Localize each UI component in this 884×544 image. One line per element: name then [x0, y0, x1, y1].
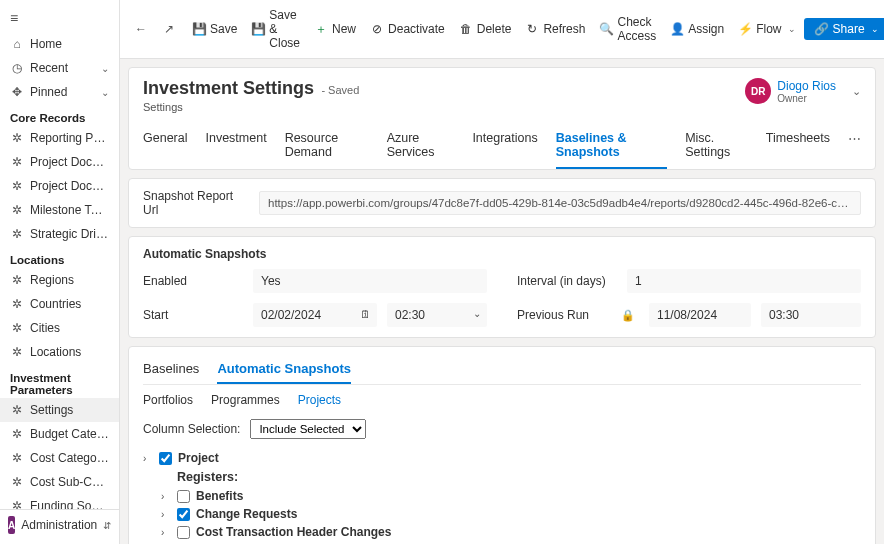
- sidebar-item-cost-sub-categories[interactable]: ✲Cost Sub-Categor...: [0, 470, 119, 494]
- chevron-down-icon: ⌄: [871, 24, 879, 34]
- tab-investment[interactable]: Investment: [205, 125, 266, 169]
- share-button[interactable]: 🔗Share⌄: [804, 18, 884, 40]
- config-secondary-tabs: Portfolios Programmes Projects: [143, 391, 861, 409]
- chevron-down-icon: ⌄: [101, 87, 109, 98]
- previous-run-time-field: 03:30: [761, 303, 861, 327]
- sidebar-item-budget-categories[interactable]: ✲Budget Categories: [0, 422, 119, 446]
- entity-icon: ✲: [10, 179, 24, 193]
- home-icon: ⌂: [10, 37, 24, 51]
- sidebar-item-locations[interactable]: ✲Locations: [0, 340, 119, 364]
- delete-button[interactable]: 🗑Delete: [453, 18, 518, 40]
- sidebar-item-countries[interactable]: ✲Countries: [0, 292, 119, 316]
- chevron-down-icon[interactable]: ⌄: [852, 85, 861, 98]
- refresh-icon: ↻: [525, 22, 539, 36]
- column-tree: › Project Registers: ›Benefits ›Change R…: [143, 449, 861, 544]
- subtab-portfolios[interactable]: Portfolios: [143, 391, 193, 409]
- entity-icon: ✲: [10, 427, 24, 441]
- tab-integrations[interactable]: Integrations: [472, 125, 537, 169]
- start-date-field[interactable]: 02/02/2024: [253, 303, 377, 327]
- sidebar-item-funding-sources[interactable]: ✲Funding Sources: [0, 494, 119, 509]
- entity-icon: ✲: [10, 499, 24, 509]
- save-icon: 💾: [192, 22, 206, 36]
- column-selection-label: Column Selection:: [143, 422, 240, 436]
- tree-node-project[interactable]: Project: [178, 451, 219, 465]
- entity-icon: ✲: [10, 451, 24, 465]
- tab-general[interactable]: General: [143, 125, 187, 169]
- share-icon: 🔗: [814, 22, 829, 36]
- check-access-icon: 🔍: [599, 22, 613, 36]
- column-selection-select[interactable]: Include Selected: [250, 419, 366, 439]
- save-close-button[interactable]: 💾Save & Close: [245, 4, 306, 54]
- subtab-programmes[interactable]: Programmes: [211, 391, 280, 409]
- sidebar-item-project-doc-1[interactable]: ✲Project Document...: [0, 150, 119, 174]
- interval-field[interactable]: 1: [627, 269, 861, 293]
- new-button[interactable]: ＋New: [308, 18, 362, 40]
- enabled-field[interactable]: Yes: [253, 269, 487, 293]
- cost-trans-checkbox[interactable]: [177, 526, 190, 539]
- benefits-checkbox[interactable]: [177, 490, 190, 503]
- command-bar: ← ↗ 💾Save 💾Save & Close ＋New ⊘Deactivate…: [120, 0, 884, 59]
- tab-misc-settings[interactable]: Misc. Settings: [685, 125, 748, 169]
- chevron-down-icon[interactable]: ⌄: [473, 308, 481, 319]
- subtab-automatic-snapshots[interactable]: Automatic Snapshots: [217, 357, 351, 384]
- pin-icon: ✥: [10, 85, 24, 99]
- entity-icon: ✲: [10, 297, 24, 311]
- form-name: Settings: [143, 101, 745, 113]
- start-time-field[interactable]: 02:30: [387, 303, 487, 327]
- sidebar-item-recent[interactable]: ◷Recent⌄: [0, 56, 119, 80]
- back-button[interactable]: ←: [128, 18, 154, 40]
- sidebar-item-strategic-drivers[interactable]: ✲Strategic Drivers: [0, 222, 119, 246]
- sidebar-item-cities[interactable]: ✲Cities: [0, 316, 119, 340]
- sidebar-item-cost-categories[interactable]: ✲Cost Categories: [0, 446, 119, 470]
- change-requests-checkbox[interactable]: [177, 508, 190, 521]
- assign-button[interactable]: 👤Assign: [664, 18, 730, 40]
- avatar: DR: [745, 78, 771, 104]
- tab-baselines-snapshots[interactable]: Baselines & Snapshots: [556, 125, 667, 169]
- owner-role-label: Owner: [777, 93, 836, 104]
- refresh-button[interactable]: ↻Refresh: [519, 18, 591, 40]
- sidebar-item-settings[interactable]: ✲Settings: [0, 398, 119, 422]
- tab-timesheets[interactable]: Timesheets: [766, 125, 830, 169]
- project-checkbox[interactable]: [159, 452, 172, 465]
- lock-icon: 🔒: [621, 309, 635, 322]
- sidebar-section-params: Investment Parameters: [0, 364, 119, 398]
- sidebar-item-reporting-periods[interactable]: ✲Reporting Periods: [0, 126, 119, 150]
- previous-run-label: Previous Run: [517, 308, 617, 322]
- snapshot-url-input[interactable]: https://app.powerbi.com/groups/47dc8e7f-…: [259, 191, 861, 215]
- tree-node-change-requests[interactable]: Change Requests: [196, 507, 297, 521]
- entity-icon: ✲: [10, 155, 24, 169]
- area-switcher[interactable]: A Administration ⇵: [0, 509, 119, 540]
- expand-icon[interactable]: ›: [143, 453, 153, 464]
- tab-azure-services[interactable]: Azure Services: [387, 125, 455, 169]
- check-access-button[interactable]: 🔍Check Access: [593, 11, 662, 47]
- sidebar-item-home[interactable]: ⌂Home: [0, 32, 119, 56]
- tab-resource-demand[interactable]: Resource Demand: [285, 125, 369, 169]
- enabled-label: Enabled: [143, 274, 243, 288]
- form-header: Investment Settings - Saved Settings DR …: [128, 67, 876, 170]
- sidebar-item-regions[interactable]: ✲Regions: [0, 268, 119, 292]
- deactivate-button[interactable]: ⊘Deactivate: [364, 18, 451, 40]
- calendar-icon[interactable]: 🗓: [360, 308, 371, 320]
- sidebar-item-project-doc-2[interactable]: ✲Project Document...: [0, 174, 119, 198]
- chevron-up-down-icon: ⇵: [103, 520, 111, 531]
- sidebar-item-pinned[interactable]: ✥Pinned⌄: [0, 80, 119, 104]
- expand-icon[interactable]: ›: [161, 491, 171, 502]
- hamburger-icon[interactable]: ≡: [0, 4, 119, 32]
- chevron-down-icon: ⌄: [101, 63, 109, 74]
- save-button[interactable]: 💾Save: [186, 18, 243, 40]
- subtab-projects[interactable]: Projects: [298, 391, 341, 409]
- snapshot-url-panel: Snapshot Report Url https://app.powerbi.…: [128, 178, 876, 228]
- config-primary-tabs: Baselines Automatic Snapshots: [143, 357, 861, 385]
- expand-icon[interactable]: ›: [161, 527, 171, 538]
- flow-button[interactable]: ⚡Flow⌄: [732, 18, 801, 40]
- popout-button[interactable]: ↗: [156, 18, 182, 40]
- owner-field[interactable]: DR Diogo Rios Owner ⌄: [745, 78, 861, 104]
- sidebar-item-milestone-templates[interactable]: ✲Milestone Templa...: [0, 198, 119, 222]
- tab-overflow[interactable]: ⋯: [848, 125, 861, 169]
- expand-icon[interactable]: ›: [161, 509, 171, 520]
- sidebar: ≡ ⌂Home ◷Recent⌄ ✥Pinned⌄ Core Records ✲…: [0, 0, 120, 544]
- subtab-baselines[interactable]: Baselines: [143, 357, 199, 384]
- previous-run-date-field: 11/08/2024: [649, 303, 751, 327]
- tree-node-benefits[interactable]: Benefits: [196, 489, 243, 503]
- tree-node-cost-transaction[interactable]: Cost Transaction Header Changes: [196, 525, 391, 539]
